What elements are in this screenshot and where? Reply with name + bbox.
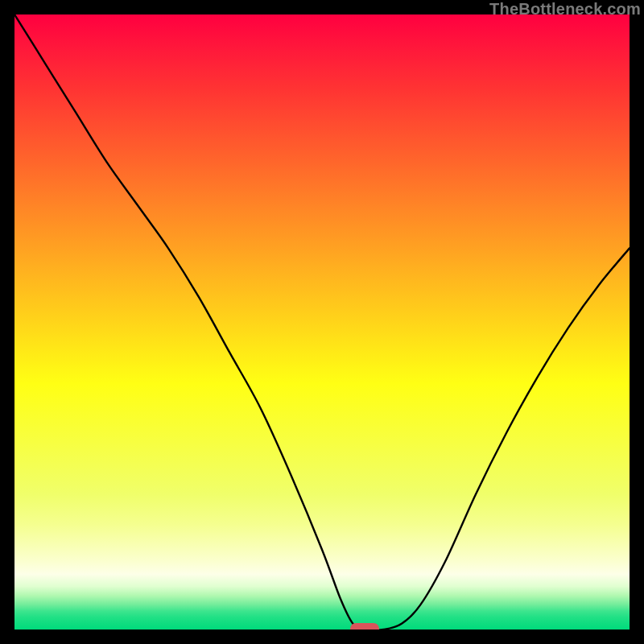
chart-frame: TheBottleneck.com	[0, 0, 644, 644]
minimum-marker	[350, 623, 379, 630]
bottleneck-curve	[14, 14, 630, 630]
plot-area	[14, 14, 630, 630]
curve-path	[14, 14, 630, 630]
